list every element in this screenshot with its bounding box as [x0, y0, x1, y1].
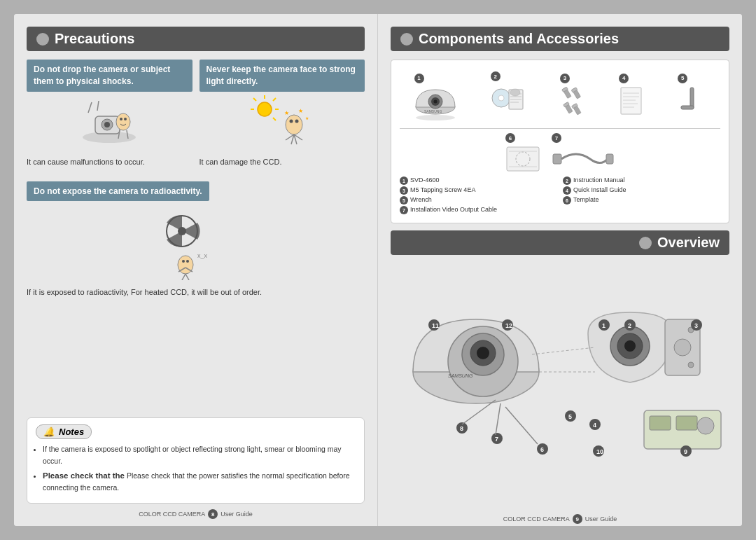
legend-3: 3 M5 Tapping Screw 4EA [400, 186, 557, 195]
svg-point-11 [258, 102, 272, 116]
component-7: 7 [552, 133, 615, 172]
legend-5: 5 Wrench [400, 196, 557, 205]
note-1: If the camera is exposed to spotlight or… [43, 443, 356, 467]
svg-text:★: ★ [305, 116, 309, 120]
svg-point-45 [498, 95, 504, 101]
manual-svg [491, 84, 526, 123]
svg-rect-68 [507, 147, 539, 171]
legend-4: 4 Quick Install Guide [563, 186, 720, 195]
svg-line-34 [182, 274, 186, 280]
notes-box: 🔔 Notes If the camera is exposed to spot… [27, 417, 365, 504]
overview-icon [639, 237, 652, 249]
svg-text:x_x: x_x [197, 252, 208, 259]
component-4: 4 [619, 74, 643, 121]
components-title: Components and Accessories [419, 31, 619, 47]
warning-col-1: Do not drop the camera or subject them t… [27, 60, 192, 172]
overview-svg: 11 12 1 2 3 8 7 6 5 [391, 263, 729, 459]
svg-text:3: 3 [694, 322, 698, 329]
svg-point-78 [477, 347, 489, 359]
left-footer-guide: User Guide [220, 511, 253, 518]
warning-box-1: Do not drop the camera or subject them t… [27, 60, 192, 92]
svg-line-118 [505, 407, 538, 444]
svg-text:SAMSUNG: SAMSUNG [448, 373, 473, 378]
svg-text:7: 7 [495, 436, 498, 443]
svg-text:SAMSUNG: SAMSUNG [424, 109, 442, 113]
components-icon [400, 33, 413, 46]
right-footer: COLOR CCD CAMERA 9 User Guide [391, 514, 729, 524]
warning1-heading: Do not drop the camera or subject them t… [34, 64, 170, 86]
right-panel: Components and Accessories 1 SAMSUN [378, 14, 742, 526]
components-bottom-row: 6 7 [400, 129, 720, 174]
overview-header: Overview [391, 230, 729, 255]
illustration-1 [27, 92, 192, 155]
svg-line-4 [88, 102, 92, 113]
svg-text:1: 1 [602, 322, 606, 329]
svg-point-31 [182, 260, 185, 263]
svg-text:12: 12 [505, 322, 512, 329]
screws-svg [560, 86, 584, 121]
svg-point-6 [116, 113, 130, 130]
legend-2: 2 Instruction Manual [563, 176, 720, 185]
svg-rect-80 [650, 416, 671, 430]
svg-point-82 [697, 417, 714, 434]
svg-line-100 [532, 347, 595, 354]
camera-dome-svg: SAMSUNG [414, 86, 456, 121]
component-3: 3 [560, 74, 584, 121]
svg-point-89 [688, 362, 694, 368]
precautions-title: Precautions [55, 31, 134, 47]
warning3-heading: Do not expose the camera to radioactivit… [34, 186, 202, 196]
warning-box-3: Do not expose the camera to radioactivit… [27, 181, 209, 202]
svg-text:8: 8 [460, 425, 463, 432]
illustration-3: x_x [27, 207, 365, 284]
svg-point-87 [674, 339, 691, 356]
strong-light-svg: ★ ★ ★ [251, 95, 314, 151]
drop-camera-svg [78, 95, 141, 151]
svg-rect-81 [676, 416, 697, 430]
template-svg [505, 146, 540, 172]
components-header: Components and Accessories [391, 27, 729, 51]
right-footer-guide: User Guide [585, 515, 617, 522]
svg-rect-60 [621, 88, 641, 114]
guide-svg [619, 86, 643, 121]
svg-text:★: ★ [284, 110, 289, 116]
svg-point-7 [120, 118, 122, 120]
components-container: 1 SAMSUNG 2 [391, 60, 729, 223]
left-footer-brand: COLOR CCD CAMERA [139, 511, 205, 518]
precautions-icon [36, 33, 49, 46]
svg-point-38 [416, 115, 455, 120]
warnings-top-row: Do not drop the camera or subject them t… [27, 60, 365, 172]
svg-point-18 [286, 115, 302, 134]
overview-diagram: 11 12 1 2 3 8 7 6 5 [391, 263, 729, 508]
page-container: Precautions Do not drop the camera or su… [14, 14, 742, 526]
svg-point-42 [433, 99, 437, 103]
left-footer: COLOR CCD CAMERA 8 User Guide [27, 509, 365, 519]
svg-text:6: 6 [540, 446, 544, 453]
legend-6: 6 Template [563, 196, 720, 205]
legend-1: 1 SVD-4600 [400, 176, 557, 185]
svg-line-117 [496, 403, 500, 435]
svg-text:11: 11 [432, 322, 439, 329]
notes-label: 🔔 Notes [36, 424, 92, 439]
left-page-num: 8 [208, 509, 218, 519]
svg-line-35 [186, 274, 189, 280]
warning2-caption: It can damage the CCD. [200, 158, 365, 166]
svg-text:5: 5 [568, 413, 572, 420]
svg-point-8 [124, 118, 127, 120]
note-2: Please check that the Please check that … [43, 469, 356, 494]
svg-point-51 [510, 89, 520, 96]
svg-point-20 [295, 119, 298, 123]
components-top-row: 1 SAMSUNG 2 [400, 66, 720, 129]
notes-bullets: If the camera is exposed to spotlight or… [36, 443, 356, 494]
warning-col-2: Never keep the camera face to strong lig… [200, 60, 365, 172]
svg-point-19 [289, 119, 293, 123]
legend-7: 7 Installation Video Output Cable [400, 206, 720, 214]
svg-line-15 [273, 118, 276, 120]
svg-rect-72 [553, 154, 561, 164]
warning3-caption: If it is exposed to radioactivity, For h… [27, 286, 365, 298]
right-page-num: 9 [573, 514, 582, 524]
svg-point-85 [624, 340, 636, 352]
svg-line-13 [273, 98, 276, 101]
warning-box-2: Never keep the camera face to strong lig… [200, 60, 365, 92]
warning2-heading: Never keep the camera face to strong lig… [206, 64, 356, 86]
svg-point-3 [104, 122, 110, 127]
